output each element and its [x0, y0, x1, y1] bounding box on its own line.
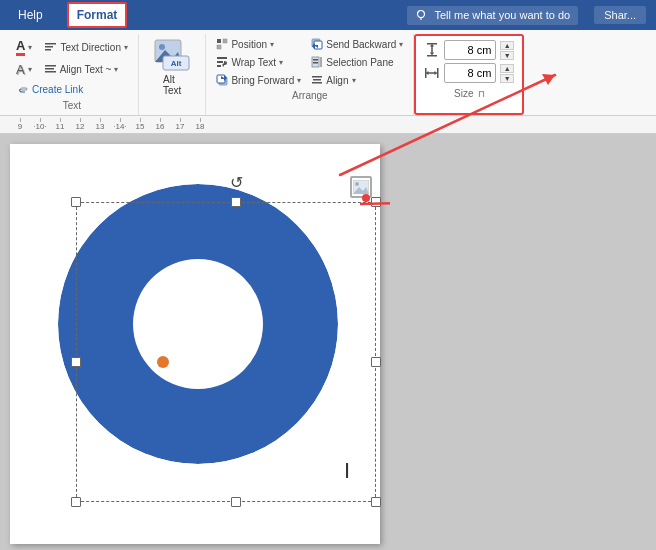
create-link-button[interactable]: Create Link	[12, 81, 87, 98]
align-button[interactable]: Align ▾	[307, 72, 407, 88]
ruler: 9 ·10· 11 12 13 ·14· 15 16 17 18	[0, 116, 656, 134]
ruler-mark: 16	[150, 122, 170, 131]
width-input[interactable]	[444, 63, 496, 83]
font-color-button[interactable]: A ▾	[12, 36, 36, 58]
svg-rect-16	[217, 57, 227, 59]
svg-rect-31	[312, 82, 322, 84]
svg-point-0	[418, 10, 425, 17]
svg-point-46	[355, 182, 359, 186]
ruler-mark: ·14·	[110, 122, 130, 131]
share-button[interactable]: Shar...	[594, 6, 646, 24]
height-input[interactable]	[444, 40, 496, 60]
svg-rect-17	[217, 61, 223, 63]
selection-pane-button[interactable]: Selection Pane	[307, 54, 407, 70]
svg-point-9	[159, 44, 165, 50]
ruler-mark: 9	[10, 122, 30, 131]
handle-orange[interactable]	[157, 356, 169, 368]
bring-forward-button[interactable]: Bring Forward ▾	[212, 72, 305, 88]
svg-rect-4	[45, 49, 51, 51]
svg-rect-6	[45, 68, 54, 70]
svg-rect-29	[312, 76, 322, 78]
donut-shape[interactable]	[48, 174, 348, 474]
handle-middle-left[interactable]	[71, 357, 81, 367]
handle-bottom-left[interactable]	[71, 497, 81, 507]
text-group: A ▾ Text Direction ▾ A ▾	[6, 34, 139, 115]
align-text-icon	[44, 63, 57, 76]
link-icon	[16, 83, 29, 96]
send-backward-icon	[311, 38, 323, 50]
rotate-handle[interactable]: ↺	[230, 173, 243, 192]
height-icon	[424, 42, 440, 58]
image-placeholder-icon	[353, 180, 369, 194]
svg-rect-28	[313, 62, 318, 64]
size-expand-icon[interactable]: ⊓	[478, 89, 485, 99]
ruler-mark: 13	[90, 122, 110, 131]
height-row: ▲ ▼	[424, 40, 514, 60]
position-button[interactable]: Position ▾	[212, 36, 305, 52]
size-group-label: Size	[454, 88, 473, 99]
alt-text-button[interactable]: Alt AltText	[146, 36, 198, 98]
handle-top-middle[interactable]	[231, 197, 241, 207]
canvas-area: ↺ I	[0, 134, 656, 550]
position-icon	[216, 38, 228, 50]
svg-rect-5	[45, 65, 56, 67]
ruler-mark: 17	[170, 122, 190, 131]
svg-rect-18	[217, 65, 221, 67]
text-cursor: I	[344, 458, 350, 484]
handle-middle-right[interactable]	[371, 357, 381, 367]
height-spinner: ▲ ▼	[500, 41, 514, 60]
alt-text-label: AltText	[163, 74, 181, 96]
top-bar: Help Format Tell me what you want to do …	[0, 0, 656, 30]
text-group-label: Text	[63, 100, 81, 111]
ruler-mark: 18	[190, 122, 210, 131]
shape-container[interactable]: ↺	[48, 174, 348, 474]
handle-top-left[interactable]	[71, 197, 81, 207]
svg-rect-30	[313, 79, 321, 81]
handle-bottom-middle[interactable]	[231, 497, 241, 507]
svg-rect-3	[45, 46, 53, 48]
right-area	[390, 144, 656, 550]
handle-top-right[interactable]	[371, 197, 381, 207]
ruler-mark: 15	[130, 122, 150, 131]
svg-rect-26	[320, 57, 322, 67]
text-direction-button[interactable]: Text Direction ▾	[40, 39, 132, 56]
text-shadow-button[interactable]: A ▾	[12, 60, 36, 79]
alt-text-icon-svg: Alt	[153, 38, 191, 74]
svg-rect-7	[45, 71, 56, 73]
align-icon	[311, 74, 323, 86]
width-row: ▲ ▼	[424, 63, 514, 83]
accessibility-group: Alt AltText Accessibility	[139, 34, 206, 115]
wrap-text-button[interactable]: Wrap Text ▾	[212, 54, 305, 70]
svg-rect-13	[217, 39, 221, 43]
ruler-mark: ·10·	[30, 122, 50, 131]
format-menu[interactable]: Format	[67, 2, 128, 28]
bulb-icon	[415, 9, 428, 22]
svg-rect-15	[217, 45, 221, 49]
width-spinner: ▲ ▼	[500, 64, 514, 83]
handle-bottom-right[interactable]	[371, 497, 381, 507]
width-down[interactable]: ▼	[500, 74, 514, 83]
text-direction-icon	[44, 41, 57, 54]
help-menu[interactable]: Help	[10, 4, 51, 26]
align-text-button[interactable]: Align Text ~ ▾	[40, 61, 123, 78]
height-down[interactable]: ▼	[500, 51, 514, 60]
document-page: ↺ I	[10, 144, 380, 544]
search-bar[interactable]: Tell me what you want to do	[407, 6, 578, 25]
selection-pane-icon	[311, 56, 323, 68]
width-up[interactable]: ▲	[500, 64, 514, 73]
height-up[interactable]: ▲	[500, 41, 514, 50]
bring-forward-icon	[216, 74, 228, 86]
red-dot	[362, 194, 370, 202]
ribbon: A ▾ Text Direction ▾ A ▾	[0, 30, 656, 116]
send-backward-button[interactable]: Send Backward ▾	[307, 36, 407, 52]
search-text: Tell me what you want to do	[434, 9, 570, 21]
svg-rect-2	[45, 43, 56, 45]
size-group: ▲ ▼ ▲ ▼ Size ⊓	[414, 34, 524, 115]
wrap-text-icon	[216, 56, 228, 68]
svg-text:Alt: Alt	[171, 59, 182, 68]
svg-point-44	[58, 184, 338, 464]
ruler-mark: 12	[70, 122, 90, 131]
ruler-mark: 11	[50, 122, 70, 131]
svg-rect-27	[313, 59, 318, 61]
arrange-group-label: Arrange	[292, 90, 328, 101]
